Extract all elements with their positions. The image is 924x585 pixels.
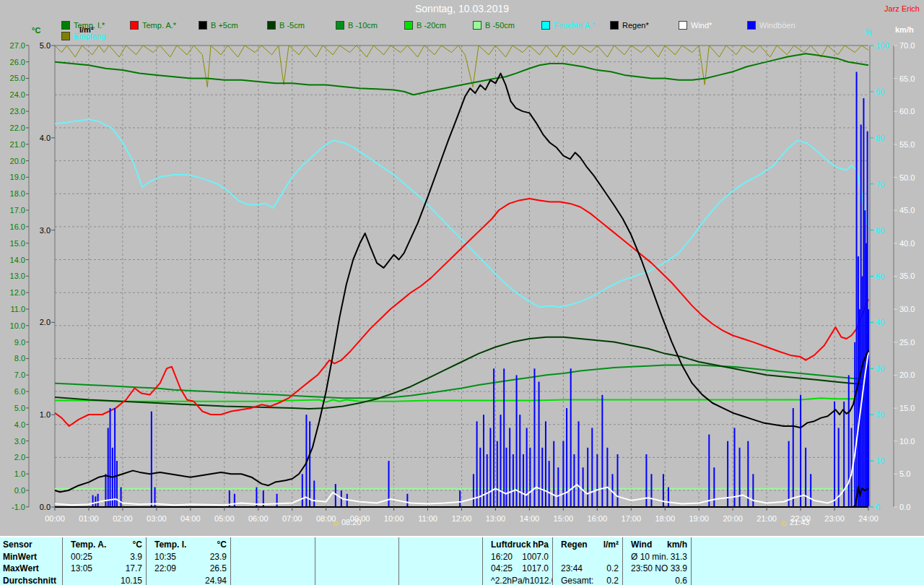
svg-text:0.0: 0.0: [40, 503, 51, 511]
stats-cell: 04:251017.0: [483, 563, 553, 574]
stats-cell: [399, 574, 483, 585]
stats-cell: [315, 563, 399, 574]
stats-col-unit: km/h: [667, 540, 687, 550]
svg-text:17.0: 17.0: [10, 206, 25, 214]
stats-cell-value: 0.2: [606, 576, 619, 585]
stats-col-unit: hPa: [533, 540, 549, 550]
svg-text:50: 50: [876, 272, 884, 281]
svg-text:20.0: 20.0: [10, 157, 25, 165]
stats-cell-value: 10.15: [121, 576, 142, 585]
stats-col-title: Regen: [557, 540, 588, 550]
svg-text:22.0: 22.0: [10, 124, 25, 132]
svg-text:05:00: 05:00: [214, 514, 235, 523]
stats-cell-value: 26.5: [210, 563, 227, 573]
svg-text:70: 70: [876, 180, 884, 188]
stats-row-label: Sensor: [0, 537, 63, 551]
stats-col-header: [692, 537, 924, 551]
stats-cell: Ø 10 min.31.3: [623, 551, 692, 563]
svg-text:20:00: 20:00: [723, 514, 743, 523]
stats-cell: 22:0926.5: [147, 563, 231, 574]
stats-cell: [315, 574, 399, 585]
stats-cell: [399, 551, 483, 563]
stats-cell: 23:50NO 33.9: [623, 563, 692, 574]
svg-text:25.0: 25.0: [10, 74, 25, 82]
stats-col-header: [399, 537, 483, 551]
svg-text:20.0: 20.0: [899, 370, 915, 379]
stats-cell-time: 23:50: [627, 563, 653, 573]
svg-text:4.0: 4.0: [14, 420, 25, 429]
stats-cell-value: 31.3: [671, 552, 687, 562]
svg-text:8.0: 8.0: [14, 354, 25, 363]
svg-text:23.0: 23.0: [10, 107, 25, 116]
svg-text:30.0: 30.0: [899, 305, 915, 313]
svg-text:60.0: 60.0: [899, 107, 915, 116]
stats-cell-time: ^2.2hPa/h: [487, 576, 530, 585]
svg-text:50.0: 50.0: [899, 173, 915, 182]
stats-cell: 23:440.2: [553, 563, 623, 574]
svg-text:19.0: 19.0: [10, 173, 25, 181]
stats-col-unit: °C: [217, 540, 227, 550]
svg-text:70.0: 70.0: [899, 41, 915, 50]
stats-cell-time: Ø 10 min.: [627, 552, 668, 562]
sunset-marker: ☼ 21:43: [780, 518, 809, 526]
svg-text:2.0: 2.0: [14, 453, 25, 462]
stats-cell-value: NO 33.9: [655, 563, 687, 573]
stats-cell-value: 23.9: [210, 552, 227, 562]
svg-text:03:00: 03:00: [147, 514, 167, 523]
svg-text:40: 40: [876, 318, 884, 326]
svg-text:18.0: 18.0: [10, 189, 25, 198]
stats-col-header: Regenl/m²: [553, 537, 623, 551]
svg-text:90: 90: [876, 87, 884, 96]
stats-cell: 16:201007.0: [483, 551, 553, 563]
series-line-b-+5cm: [55, 74, 868, 493]
svg-text:4.0: 4.0: [40, 134, 51, 142]
stats-cell-value: 1017.0: [522, 563, 549, 573]
svg-text:17:00: 17:00: [622, 514, 642, 523]
stats-cell: [692, 563, 924, 574]
svg-text:7.0: 7.0: [14, 370, 25, 379]
svg-text:06:00: 06:00: [248, 514, 269, 523]
svg-text:13:00: 13:00: [486, 514, 506, 523]
svg-text:10: 10: [876, 456, 884, 465]
svg-text:18:00: 18:00: [655, 514, 675, 523]
svg-text:04:00: 04:00: [180, 514, 201, 523]
stats-col-header: [315, 537, 399, 551]
svg-text:24.0: 24.0: [10, 90, 25, 99]
svg-text:65.0: 65.0: [899, 74, 915, 83]
svg-text:3.0: 3.0: [40, 226, 51, 235]
svg-text:25.0: 25.0: [899, 338, 915, 347]
stats-cell: [399, 563, 483, 574]
svg-text:30: 30: [876, 364, 884, 373]
stats-cell-time: 00:25: [66, 552, 92, 562]
svg-text:16:00: 16:00: [588, 514, 608, 523]
svg-text:5.0: 5.0: [14, 404, 25, 412]
stats-cell: [692, 574, 924, 585]
svg-text:45.0: 45.0: [899, 206, 915, 214]
svg-text:07:00: 07:00: [282, 514, 302, 523]
stats-cell: 24.94: [147, 574, 231, 585]
svg-text:14.0: 14.0: [10, 256, 25, 264]
series-line-feuchte-a-: [55, 119, 868, 307]
stats-col-title: Wind: [627, 540, 652, 550]
stats-col-unit: °C: [133, 540, 142, 550]
sunrise-icon: ☼: [331, 519, 340, 526]
svg-text:20: 20: [876, 410, 884, 419]
svg-text:21.0: 21.0: [10, 140, 25, 149]
svg-text:02:00: 02:00: [113, 514, 133, 523]
svg-text:1.0: 1.0: [14, 469, 25, 478]
sunrise-marker: ☼ 08:20: [331, 518, 361, 526]
stats-cell-time: 23:44: [557, 563, 583, 573]
svg-text:100: 100: [876, 41, 889, 50]
stats-col-header: [231, 537, 315, 551]
svg-text:3.0: 3.0: [14, 437, 25, 446]
sunset-time: 21:43: [790, 518, 810, 526]
svg-text:23:00: 23:00: [824, 514, 845, 523]
stats-cell-value: 0.6: [675, 576, 687, 585]
svg-text:11.0: 11.0: [10, 305, 25, 313]
svg-text:12.0: 12.0: [10, 288, 25, 297]
stats-cell-time: 04:25: [487, 563, 513, 573]
sunset-icon: ☼: [780, 519, 788, 526]
svg-text:10:00: 10:00: [384, 514, 404, 523]
stats-col-unit: l/m²: [603, 540, 619, 550]
chart-canvas: 27.026.025.024.023.022.021.020.019.018.0…: [0, 0, 924, 536]
